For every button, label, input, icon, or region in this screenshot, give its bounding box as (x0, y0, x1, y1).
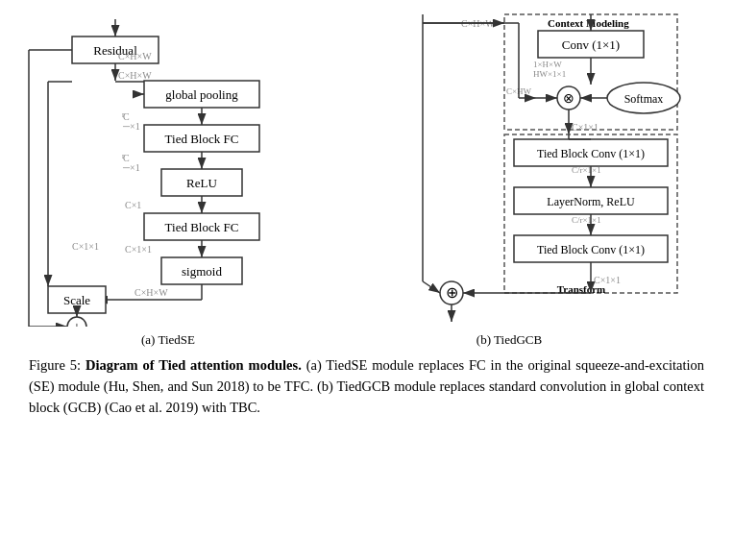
caption-bold-text: Diagram of Tied attention modules. (86, 357, 302, 373)
svg-text:ReLU: ReLU (186, 176, 217, 190)
svg-text:C×H×W: C×H×W (134, 287, 168, 298)
diagram-tiedgcb: Context Modeling Conv (1×1) C×H×W 1×H×W … (327, 10, 692, 348)
svg-line-89 (423, 281, 440, 293)
diagram-tiedse: Residual C×H×W global pooling C×H×W (19, 10, 317, 348)
svg-text:C×H×W: C×H×W (118, 51, 152, 61)
svg-text:─×1: ─×1 (122, 121, 140, 132)
svg-text:C×1×1: C×1×1 (572, 122, 599, 133)
svg-text:Tied Block Conv (1×1): Tied Block Conv (1×1) (537, 243, 645, 256)
svg-text:HW×1×1: HW×1×1 (533, 69, 566, 79)
svg-text:─×1: ─×1 (122, 162, 140, 173)
svg-text:C×1×1: C×1×1 (125, 244, 152, 255)
svg-text:1×H×W: 1×H×W (533, 60, 562, 69)
left-diagram-label: (a) TiedSE (19, 332, 317, 348)
main-container: Residual C×H×W global pooling C×H×W (0, 0, 733, 427)
svg-text:C×1×1: C×1×1 (72, 241, 99, 252)
svg-text:Tied Block FC: Tied Block FC (165, 220, 239, 234)
svg-text:C×1: C×1 (125, 200, 141, 210)
svg-text:LayerNorm, ReLU: LayerNorm, ReLU (547, 195, 635, 208)
svg-text:C/r×1×1: C/r×1×1 (572, 165, 601, 175)
figure-number: Figure 5: (29, 357, 81, 373)
svg-text:⊕: ⊕ (446, 284, 458, 301)
svg-text:C/r×1×1: C/r×1×1 (572, 215, 601, 225)
svg-text:r: r (122, 110, 125, 119)
figure-caption: Figure 5: Diagram of Tied attention modu… (19, 355, 714, 418)
svg-text:Context Modeling: Context Modeling (548, 17, 629, 29)
svg-text:C×H×W: C×H×W (118, 70, 152, 81)
svg-text:C×1×1: C×1×1 (594, 275, 621, 285)
diagrams-row: Residual C×H×W global pooling C×H×W (19, 10, 714, 348)
svg-text:Tied Block FC: Tied Block FC (165, 132, 239, 146)
svg-text:+: + (73, 320, 81, 327)
svg-text:Scale: Scale (63, 293, 90, 307)
svg-text:⊗: ⊗ (563, 91, 574, 106)
svg-text:Tied Block Conv (1×1): Tied Block Conv (1×1) (537, 147, 645, 160)
right-diagram-label: (b) TiedGCB (327, 332, 692, 348)
svg-text:sigmoid: sigmoid (182, 264, 222, 279)
svg-text:r: r (122, 152, 125, 160)
svg-text:global pooling: global pooling (165, 87, 238, 102)
svg-text:Conv (1×1): Conv (1×1) (562, 37, 620, 52)
svg-text:Softmax: Softmax (624, 92, 664, 106)
